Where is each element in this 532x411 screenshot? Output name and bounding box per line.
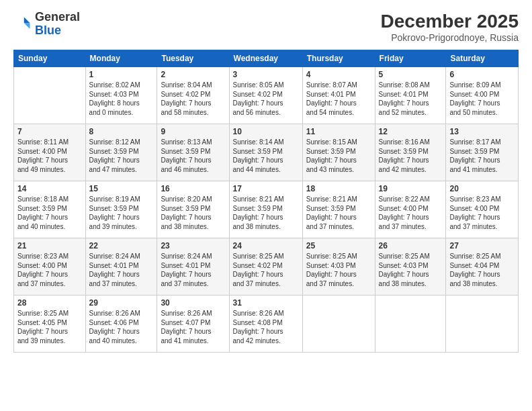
day-info: Sunrise: 8:16 AM Sunset: 3:59 PM Dayligh… [379,138,443,174]
logo-icon [13,15,32,34]
calendar-cell: 22Sunrise: 8:24 AM Sunset: 4:01 PM Dayli… [85,238,157,295]
calendar-cell: 1Sunrise: 8:02 AM Sunset: 4:03 PM Daylig… [85,67,157,124]
day-number: 9 [161,127,225,136]
calendar-cell: 18Sunrise: 8:21 AM Sunset: 3:59 PM Dayli… [302,181,375,238]
calendar-week-4: 21Sunrise: 8:23 AM Sunset: 4:00 PM Dayli… [14,238,519,295]
day-info: Sunrise: 8:25 AM Sunset: 4:03 PM Dayligh… [379,252,443,288]
day-info: Sunrise: 8:08 AM Sunset: 4:01 PM Dayligh… [379,81,443,117]
day-number: 12 [379,127,443,136]
day-number: 1 [89,70,154,79]
day-number: 14 [17,184,82,193]
calendar-cell: 17Sunrise: 8:21 AM Sunset: 3:59 PM Dayli… [229,181,302,238]
day-info: Sunrise: 8:23 AM Sunset: 4:00 PM Dayligh… [449,195,515,231]
col-sunday: Sunday [14,50,86,67]
page: General Blue December 2025 Pokrovo-Prigo… [0,0,532,411]
day-info: Sunrise: 8:25 AM Sunset: 4:05 PM Dayligh… [17,309,82,345]
day-info: Sunrise: 8:26 AM Sunset: 4:06 PM Dayligh… [89,309,154,345]
day-number: 27 [449,241,515,250]
day-number: 4 [306,70,371,79]
day-number: 16 [161,184,225,193]
calendar-cell: 3Sunrise: 8:05 AM Sunset: 4:02 PM Daylig… [229,67,302,124]
calendar-cell: 9Sunrise: 8:13 AM Sunset: 3:59 PM Daylig… [157,124,229,181]
calendar-cell: 20Sunrise: 8:23 AM Sunset: 4:00 PM Dayli… [446,181,519,238]
day-info: Sunrise: 8:11 AM Sunset: 4:00 PM Dayligh… [17,138,82,174]
day-number: 8 [89,127,154,136]
day-number: 30 [161,298,225,308]
day-number: 31 [233,298,299,308]
day-info: Sunrise: 8:17 AM Sunset: 3:59 PM Dayligh… [449,138,515,174]
calendar: Sunday Monday Tuesday Wednesday Thursday… [13,50,519,353]
day-number: 24 [233,241,299,250]
day-info: Sunrise: 8:04 AM Sunset: 4:02 PM Dayligh… [161,81,225,117]
day-number: 23 [161,241,225,250]
day-number: 21 [17,241,82,250]
calendar-cell: 5Sunrise: 8:08 AM Sunset: 4:01 PM Daylig… [375,67,446,124]
day-info: Sunrise: 8:25 AM Sunset: 4:03 PM Dayligh… [306,252,371,288]
day-info: Sunrise: 8:05 AM Sunset: 4:02 PM Dayligh… [233,81,299,117]
calendar-cell: 19Sunrise: 8:22 AM Sunset: 4:00 PM Dayli… [375,181,446,238]
col-wednesday: Wednesday [229,50,302,67]
calendar-cell: 26Sunrise: 8:25 AM Sunset: 4:03 PM Dayli… [375,238,446,295]
calendar-week-1: 1Sunrise: 8:02 AM Sunset: 4:03 PM Daylig… [14,67,519,124]
logo-blue: Blue [35,24,61,37]
calendar-cell: 14Sunrise: 8:18 AM Sunset: 3:59 PM Dayli… [14,181,86,238]
calendar-cell: 4Sunrise: 8:07 AM Sunset: 4:01 PM Daylig… [302,67,375,124]
calendar-cell [375,295,446,353]
title-block: December 2025 Pokrovo-Prigorodnoye, Russ… [381,11,519,43]
calendar-week-3: 14Sunrise: 8:18 AM Sunset: 3:59 PM Dayli… [14,181,519,238]
day-info: Sunrise: 8:26 AM Sunset: 4:08 PM Dayligh… [233,309,299,345]
day-info: Sunrise: 8:18 AM Sunset: 3:59 PM Dayligh… [17,195,82,231]
calendar-cell: 16Sunrise: 8:20 AM Sunset: 3:59 PM Dayli… [157,181,229,238]
col-tuesday: Tuesday [157,50,229,67]
calendar-cell: 8Sunrise: 8:12 AM Sunset: 3:59 PM Daylig… [85,124,157,181]
day-info: Sunrise: 8:13 AM Sunset: 3:59 PM Dayligh… [161,138,225,174]
calendar-cell: 30Sunrise: 8:26 AM Sunset: 4:07 PM Dayli… [157,295,229,353]
day-info: Sunrise: 8:24 AM Sunset: 4:01 PM Dayligh… [89,252,154,288]
calendar-cell: 12Sunrise: 8:16 AM Sunset: 3:59 PM Dayli… [375,124,446,181]
day-info: Sunrise: 8:21 AM Sunset: 3:59 PM Dayligh… [233,195,299,231]
calendar-cell: 23Sunrise: 8:24 AM Sunset: 4:01 PM Dayli… [157,238,229,295]
calendar-cell: 6Sunrise: 8:09 AM Sunset: 4:00 PM Daylig… [446,67,519,124]
calendar-cell: 27Sunrise: 8:25 AM Sunset: 4:04 PM Dayli… [446,238,519,295]
calendar-cell: 11Sunrise: 8:15 AM Sunset: 3:59 PM Dayli… [302,124,375,181]
day-number: 10 [233,127,299,136]
calendar-cell: 24Sunrise: 8:25 AM Sunset: 4:02 PM Dayli… [229,238,302,295]
day-info: Sunrise: 8:15 AM Sunset: 3:59 PM Dayligh… [306,138,371,174]
month-title: December 2025 [381,11,519,32]
day-info: Sunrise: 8:14 AM Sunset: 3:59 PM Dayligh… [233,138,299,174]
svg-marker-0 [24,17,30,23]
calendar-cell: 25Sunrise: 8:25 AM Sunset: 4:03 PM Dayli… [302,238,375,295]
calendar-cell: 31Sunrise: 8:26 AM Sunset: 4:08 PM Dayli… [229,295,302,353]
logo: General Blue [13,11,80,38]
day-info: Sunrise: 8:02 AM Sunset: 4:03 PM Dayligh… [89,81,154,117]
day-info: Sunrise: 8:20 AM Sunset: 3:59 PM Dayligh… [161,195,225,231]
day-number: 25 [306,241,371,250]
svg-marker-1 [24,23,30,29]
day-number: 7 [17,127,82,136]
calendar-cell: 13Sunrise: 8:17 AM Sunset: 3:59 PM Dayli… [446,124,519,181]
day-info: Sunrise: 8:07 AM Sunset: 4:01 PM Dayligh… [306,81,371,117]
day-info: Sunrise: 8:22 AM Sunset: 4:00 PM Dayligh… [379,195,443,231]
calendar-cell [446,295,519,353]
day-number: 17 [233,184,299,193]
day-number: 2 [161,70,225,79]
calendar-cell: 10Sunrise: 8:14 AM Sunset: 3:59 PM Dayli… [229,124,302,181]
day-number: 13 [449,127,515,136]
logo-text: General Blue [35,11,80,38]
day-number: 28 [17,298,82,308]
day-info: Sunrise: 8:19 AM Sunset: 3:59 PM Dayligh… [89,195,154,231]
calendar-cell [302,295,375,353]
day-info: Sunrise: 8:23 AM Sunset: 4:00 PM Dayligh… [17,252,82,288]
day-number: 11 [306,127,371,136]
day-info: Sunrise: 8:24 AM Sunset: 4:01 PM Dayligh… [161,252,225,288]
day-number: 5 [379,70,443,79]
day-info: Sunrise: 8:12 AM Sunset: 3:59 PM Dayligh… [89,138,154,174]
calendar-cell: 21Sunrise: 8:23 AM Sunset: 4:00 PM Dayli… [14,238,86,295]
logo-general: General [35,10,80,24]
location: Pokrovo-Prigorodnoye, Russia [381,32,519,43]
calendar-week-2: 7Sunrise: 8:11 AM Sunset: 4:00 PM Daylig… [14,124,519,181]
calendar-cell: 2Sunrise: 8:04 AM Sunset: 4:02 PM Daylig… [157,67,229,124]
calendar-header: Sunday Monday Tuesday Wednesday Thursday… [14,50,519,67]
calendar-cell: 15Sunrise: 8:19 AM Sunset: 3:59 PM Dayli… [85,181,157,238]
day-info: Sunrise: 8:21 AM Sunset: 3:59 PM Dayligh… [306,195,371,231]
